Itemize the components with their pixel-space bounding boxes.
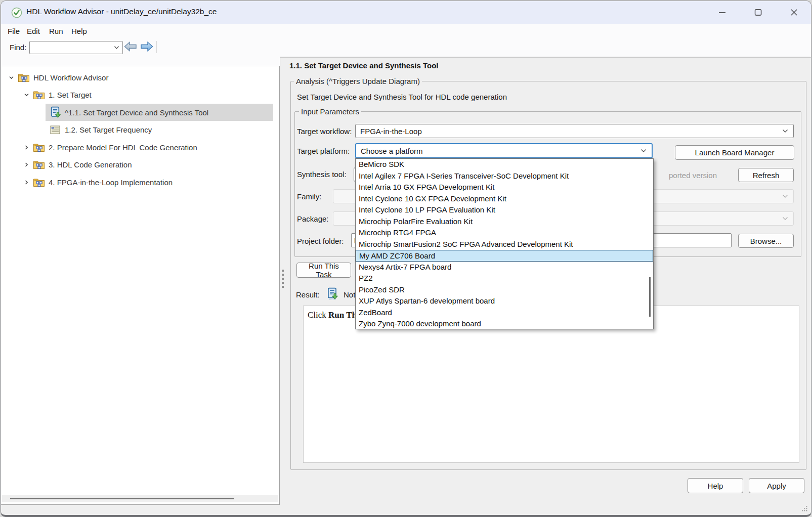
- find-combobox[interactable]: [29, 41, 123, 54]
- tree-item-hdl-code-generation[interactable]: 3. HDL Code Generation: [1, 156, 278, 173]
- help-button[interactable]: Help: [688, 478, 743, 493]
- report-task-icon: [49, 124, 62, 135]
- close-button[interactable]: [778, 1, 809, 24]
- find-back-button[interactable]: [123, 40, 138, 54]
- target-platform-label: Target platform:: [297, 147, 350, 155]
- chevron-down-icon[interactable]: [20, 92, 32, 98]
- dropdown-scrollbar-thumb[interactable]: [649, 277, 651, 317]
- platform-option[interactable]: Intel Cyclone 10 LP FPGA Evaluation Kit: [356, 204, 653, 216]
- tree-item-prepare-model[interactable]: 2. Prepare Model For HDL Code Generation: [1, 139, 278, 156]
- platform-option[interactable]: BeMicro SDK: [356, 159, 653, 170]
- platform-option[interactable]: Nexys4 Artix-7 FPGA board: [356, 262, 653, 273]
- menu-edit[interactable]: Edit: [25, 24, 42, 38]
- find-toolbar: Find:: [1, 38, 811, 57]
- platform-option[interactable]: Microchip SmartFusion2 SoC FPGA Advanced…: [356, 239, 653, 250]
- app-check-icon: [11, 7, 22, 18]
- tree-item-set-target-device-selected[interactable]: ^1.1. Set Target Device and Synthesis To…: [1, 104, 278, 121]
- result-label: Result:: [296, 290, 320, 299]
- tree-item-label: ^1.1. Set Target Device and Synthesis To…: [65, 108, 208, 117]
- find-forward-button[interactable]: [139, 40, 154, 54]
- tree-item-label: HDL Workflow Advisor: [33, 73, 108, 82]
- platform-option[interactable]: Microchip PolarFire Evaluation Kit: [356, 216, 653, 228]
- chevron-down-icon: [782, 217, 788, 221]
- launch-board-manager-button[interactable]: Launch Board Manager: [675, 145, 794, 160]
- resize-grip-icon[interactable]: [801, 505, 808, 512]
- platform-option[interactable]: Intel Agilex 7 FPGA I-Series Transceiver…: [356, 170, 653, 182]
- chevron-right-icon[interactable]: [20, 161, 32, 168]
- package-label: Package:: [297, 214, 329, 223]
- result-status-text: Not: [344, 290, 355, 299]
- target-workflow-combobox[interactable]: FPGA-in-the-Loop: [355, 124, 794, 138]
- toolbar-filler: [1, 57, 280, 66]
- project-folder-label: Project folder:: [297, 237, 344, 245]
- task-group-folder-icon: [32, 90, 46, 100]
- menu-file[interactable]: File: [6, 24, 22, 38]
- result-status-icon: [326, 287, 338, 300]
- horizontal-scrollbar[interactable]: [2, 495, 278, 502]
- tree-item-label: 3. HDL Code Generation: [49, 160, 132, 169]
- chevron-right-icon[interactable]: [20, 144, 32, 151]
- platform-option[interactable]: PZ2: [356, 273, 653, 284]
- input-parameters-label: Input Parameters: [299, 107, 361, 116]
- minimize-button[interactable]: [706, 1, 738, 24]
- analysis-group-label: Analysis (^Triggers Update Diagram): [294, 77, 422, 85]
- platform-option[interactable]: PicoZed SDR: [356, 284, 653, 296]
- task-group-folder-icon: [17, 72, 30, 82]
- chevron-down-icon: [640, 149, 647, 153]
- maximize-button[interactable]: [742, 1, 774, 24]
- platform-option[interactable]: Zybo Zynq-7000 development board: [356, 318, 653, 330]
- chevron-right-icon[interactable]: [20, 179, 32, 186]
- task-group-folder-icon: [32, 142, 46, 152]
- chevron-down-icon: [782, 194, 788, 198]
- target-workflow-value: FPGA-in-the-Loop: [360, 124, 422, 138]
- platform-option[interactable]: Intel Cyclone 10 GX FPGA Development Kit: [356, 193, 653, 205]
- minimize-icon: [718, 9, 726, 16]
- synthesis-tool-note: ported version: [669, 171, 717, 180]
- platform-option[interactable]: ZedBoard: [356, 307, 653, 319]
- panel-splitter-handle[interactable]: [281, 270, 285, 290]
- result-message-prefix: Click: [308, 310, 328, 320]
- platform-option-selected[interactable]: My AMD ZC706 Board: [356, 250, 653, 262]
- platform-option[interactable]: Microchip RTG4 FPGA: [356, 227, 653, 239]
- chevron-down-icon: [782, 129, 788, 133]
- synthesis-tool-label: Synthesis tool:: [297, 170, 347, 179]
- tree-item-label: 4. FPGA-in-the-Loop Implementation: [49, 178, 173, 187]
- task-group-folder-icon: [32, 177, 46, 187]
- apply-button[interactable]: Apply: [749, 478, 804, 493]
- target-platform-combobox[interactable]: Choose a platform: [355, 143, 653, 158]
- close-icon: [790, 9, 798, 16]
- menu-help[interactable]: Help: [69, 24, 89, 38]
- tree-item-label: 2. Prepare Model For HDL Code Generation: [49, 143, 197, 152]
- task-description: Set Target Device and Synthesis Tool for…: [297, 93, 507, 101]
- workflow-tree-panel: HDL Workflow Advisor 1. Set Target ^1.1.…: [1, 66, 280, 505]
- platform-option[interactable]: XUP Atlys Spartan-6 development board: [356, 295, 653, 307]
- toolbar-separator: [156, 41, 157, 53]
- tree-item-set-target-frequency[interactable]: 1.2. Set Target Frequency: [1, 121, 278, 138]
- target-platform-dropdown-list: BeMicro SDK Intel Agilex 7 FPGA I-Series…: [355, 158, 654, 329]
- title-bar: HDL Workflow Advisor - unitDelay_ce/unit…: [1, 1, 811, 24]
- tree-item-fil-implementation[interactable]: 4. FPGA-in-the-Loop Implementation: [1, 174, 278, 191]
- back-arrow-icon: [123, 41, 138, 52]
- scrollbar-thumb[interactable]: [10, 498, 234, 499]
- platform-option[interactable]: Intel Arria 10 GX FPGA Development Kit: [356, 182, 653, 193]
- chevron-down-icon[interactable]: [5, 74, 17, 81]
- run-task-icon: [49, 106, 62, 119]
- maximize-icon: [754, 9, 762, 16]
- menu-run[interactable]: Run: [47, 24, 65, 38]
- forward-arrow-icon: [140, 41, 154, 52]
- browse-button[interactable]: Browse...: [738, 234, 794, 248]
- run-this-task-button[interactable]: Run This Task: [296, 263, 351, 278]
- result-message: Click Run This: [308, 310, 362, 320]
- refresh-button[interactable]: Refresh: [738, 168, 794, 182]
- family-label: Family:: [297, 192, 321, 201]
- tree-item-label: 1.2. Set Target Frequency: [65, 125, 152, 134]
- window-title: HDL Workflow Advisor - unitDelay_ce/unit…: [26, 7, 217, 16]
- find-label: Find:: [10, 43, 26, 52]
- tree-item-set-target[interactable]: 1. Set Target: [1, 86, 278, 103]
- target-workflow-label: Target workflow:: [297, 127, 352, 136]
- task-group-folder-icon: [32, 159, 46, 169]
- find-input[interactable]: [32, 42, 110, 53]
- tree-item-hdl-workflow-advisor[interactable]: HDL Workflow Advisor: [1, 69, 278, 86]
- hdl-workflow-advisor-window: HDL Workflow Advisor - unitDelay_ce/unit…: [1, 1, 811, 517]
- panel-top-border: [280, 57, 811, 58]
